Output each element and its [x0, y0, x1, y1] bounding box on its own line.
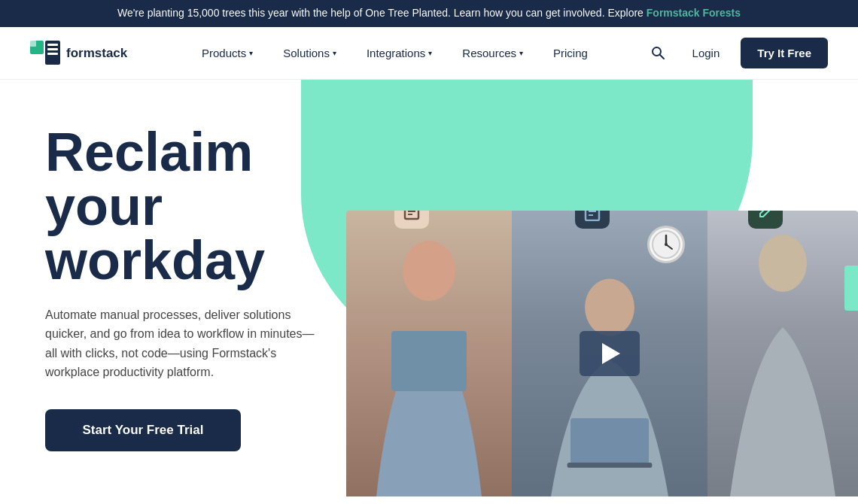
svg-rect-14 [391, 331, 467, 391]
nav-products-chevron: ▾ [249, 49, 253, 57]
play-triangle-icon [602, 343, 620, 364]
svg-rect-1 [30, 41, 36, 47]
product-badge-sign [748, 211, 783, 229]
video-panel-right [707, 211, 858, 496]
svg-rect-5 [47, 53, 58, 55]
hero-left: Reclaim your workday Automate manual pro… [0, 80, 346, 496]
nav-resources[interactable]: Resources ▾ [447, 26, 538, 79]
hero-title: Reclaim your workday [45, 125, 316, 287]
video-panel-left [346, 211, 512, 496]
nav-resources-chevron: ▾ [519, 49, 523, 57]
hero-subtitle: Automate manual processes, deliver solut… [45, 305, 316, 382]
nav-actions: Login Try It Free [644, 38, 828, 68]
banner-text: We're planting 15,000 trees this year wi… [117, 7, 644, 19]
svg-rect-25 [567, 463, 653, 468]
svg-point-27 [759, 235, 807, 292]
svg-text:formstack: formstack [66, 46, 128, 60]
person-silhouette-left [346, 211, 512, 496]
green-accent-tab [844, 266, 858, 311]
login-button[interactable]: Login [683, 41, 729, 65]
svg-point-13 [403, 241, 455, 301]
try-free-button[interactable]: Try It Free [741, 38, 828, 68]
video-panels [346, 211, 858, 496]
logo-wordmark: formstack [66, 44, 157, 61]
svg-point-23 [585, 279, 634, 336]
edit-icon [757, 211, 774, 220]
nav-links: Products ▾ Solutions ▾ Integrations ▾ Re… [187, 26, 644, 79]
search-icon [650, 45, 665, 60]
svg-rect-3 [47, 44, 58, 46]
svg-rect-24 [570, 418, 649, 464]
clock-icon [651, 229, 681, 260]
hero-section: Reclaim your workday Automate manual pro… [0, 80, 858, 496]
nav-products[interactable]: Products ▾ [187, 26, 268, 79]
video-panel-center [512, 211, 707, 496]
search-button[interactable] [644, 39, 671, 66]
nav-solutions-chevron: ▾ [333, 49, 336, 57]
hero-right [346, 80, 858, 496]
person-silhouette-right [707, 211, 858, 496]
product-badge-forms [394, 211, 429, 229]
svg-rect-4 [47, 48, 58, 50]
nav-integrations[interactable]: Integrations ▾ [351, 26, 447, 79]
logo[interactable]: formstack [30, 41, 157, 65]
form-icon [403, 211, 421, 220]
svg-point-22 [665, 243, 668, 246]
top-banner: We're planting 15,000 trees this year wi… [0, 0, 858, 27]
navbar: formstack Products ▾ Solutions ▾ Integra… [0, 27, 858, 80]
wall-clock [647, 226, 685, 263]
logo-icon [30, 41, 60, 65]
svg-line-8 [660, 55, 664, 59]
start-trial-button[interactable]: Start Your Free Trial [45, 409, 241, 451]
nav-integrations-chevron: ▾ [428, 49, 432, 57]
doc-icon [584, 211, 601, 221]
nav-pricing[interactable]: Pricing [538, 26, 603, 79]
banner-link[interactable]: Formstack Forests [647, 7, 741, 19]
nav-solutions[interactable]: Solutions ▾ [268, 26, 351, 79]
video-container [346, 211, 858, 496]
product-badge-docs [575, 211, 610, 229]
play-button[interactable] [580, 331, 640, 376]
